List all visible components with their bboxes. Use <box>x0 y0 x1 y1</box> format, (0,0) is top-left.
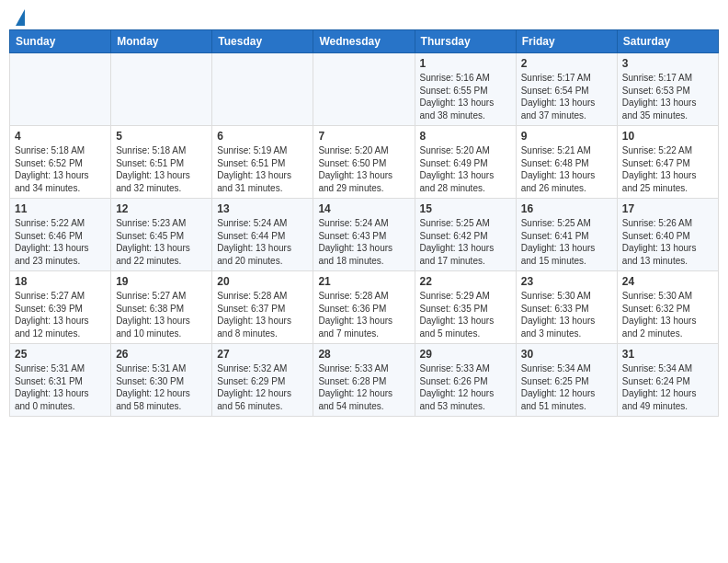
day-number: 20 <box>217 275 308 288</box>
calendar-week-row: 18Sunrise: 5:27 AMSunset: 6:39 PMDayligh… <box>10 271 719 344</box>
calendar-day-cell <box>10 53 111 126</box>
day-info: Sunrise: 5:33 AMSunset: 6:26 PMDaylight:… <box>420 362 511 412</box>
day-number: 12 <box>116 202 207 215</box>
day-info: Sunrise: 5:34 AMSunset: 6:25 PMDaylight:… <box>521 362 612 412</box>
calendar-body: 1Sunrise: 5:16 AMSunset: 6:55 PMDaylight… <box>10 53 719 417</box>
weekday-header-cell: Wednesday <box>313 30 415 53</box>
day-number: 26 <box>116 348 207 361</box>
day-info: Sunrise: 5:33 AMSunset: 6:28 PMDaylight:… <box>318 362 409 412</box>
day-info: Sunrise: 5:24 AMSunset: 6:43 PMDaylight:… <box>318 217 409 267</box>
day-number: 18 <box>15 275 106 288</box>
calendar-week-row: 1Sunrise: 5:16 AMSunset: 6:55 PMDaylight… <box>10 53 719 126</box>
day-info: Sunrise: 5:28 AMSunset: 6:36 PMDaylight:… <box>318 290 409 339</box>
weekday-header-cell: Friday <box>516 30 617 53</box>
day-number: 11 <box>15 202 106 215</box>
calendar-day-cell: 14Sunrise: 5:24 AMSunset: 6:43 PMDayligh… <box>313 199 415 271</box>
day-info: Sunrise: 5:18 AMSunset: 6:51 PMDaylight:… <box>116 144 207 194</box>
day-info: Sunrise: 5:22 AMSunset: 6:46 PMDaylight:… <box>15 217 106 267</box>
day-info: Sunrise: 5:25 AMSunset: 6:42 PMDaylight:… <box>420 217 511 267</box>
logo-triangle-icon <box>16 9 25 26</box>
calendar-day-cell: 13Sunrise: 5:24 AMSunset: 6:44 PMDayligh… <box>212 199 313 271</box>
day-number: 15 <box>420 202 511 215</box>
day-info: Sunrise: 5:34 AMSunset: 6:24 PMDaylight:… <box>622 362 713 412</box>
day-info: Sunrise: 5:16 AMSunset: 6:55 PMDaylight:… <box>420 72 511 121</box>
day-number: 13 <box>217 202 308 215</box>
calendar-day-cell: 11Sunrise: 5:22 AMSunset: 6:46 PMDayligh… <box>10 199 111 271</box>
day-info: Sunrise: 5:27 AMSunset: 6:39 PMDaylight:… <box>15 290 106 339</box>
calendar-day-cell: 2Sunrise: 5:17 AMSunset: 6:54 PMDaylight… <box>516 53 617 126</box>
day-info: Sunrise: 5:31 AMSunset: 6:30 PMDaylight:… <box>116 362 207 412</box>
calendar-day-cell: 5Sunrise: 5:18 AMSunset: 6:51 PMDaylight… <box>111 126 212 199</box>
day-number: 5 <box>116 130 207 143</box>
calendar-day-cell <box>111 53 212 126</box>
day-info: Sunrise: 5:23 AMSunset: 6:45 PMDaylight:… <box>116 217 207 267</box>
calendar-day-cell: 18Sunrise: 5:27 AMSunset: 6:39 PMDayligh… <box>10 271 111 344</box>
weekday-header-cell: Monday <box>111 30 212 53</box>
calendar-day-cell: 6Sunrise: 5:19 AMSunset: 6:51 PMDaylight… <box>212 126 313 199</box>
day-number: 14 <box>318 202 409 215</box>
day-info: Sunrise: 5:27 AMSunset: 6:38 PMDaylight:… <box>116 290 207 339</box>
day-info: Sunrise: 5:24 AMSunset: 6:44 PMDaylight:… <box>217 217 308 267</box>
calendar-day-cell: 24Sunrise: 5:30 AMSunset: 6:32 PMDayligh… <box>617 271 718 344</box>
day-info: Sunrise: 5:25 AMSunset: 6:41 PMDaylight:… <box>521 217 612 267</box>
day-number: 30 <box>521 348 612 361</box>
logo <box>13 9 25 22</box>
calendar-day-cell: 31Sunrise: 5:34 AMSunset: 6:24 PMDayligh… <box>617 344 718 417</box>
calendar-day-cell: 28Sunrise: 5:33 AMSunset: 6:28 PMDayligh… <box>313 344 415 417</box>
day-info: Sunrise: 5:20 AMSunset: 6:50 PMDaylight:… <box>318 144 409 194</box>
calendar-day-cell: 17Sunrise: 5:26 AMSunset: 6:40 PMDayligh… <box>617 199 718 271</box>
calendar-day-cell: 3Sunrise: 5:17 AMSunset: 6:53 PMDaylight… <box>617 53 718 126</box>
day-number: 1 <box>420 57 511 70</box>
day-info: Sunrise: 5:30 AMSunset: 6:33 PMDaylight:… <box>521 290 612 339</box>
day-info: Sunrise: 5:21 AMSunset: 6:48 PMDaylight:… <box>521 144 612 194</box>
calendar-day-cell: 22Sunrise: 5:29 AMSunset: 6:35 PMDayligh… <box>415 271 516 344</box>
weekday-header-cell: Thursday <box>415 30 516 53</box>
weekday-header-cell: Tuesday <box>212 30 313 53</box>
calendar-day-cell: 19Sunrise: 5:27 AMSunset: 6:38 PMDayligh… <box>111 271 212 344</box>
day-number: 23 <box>521 275 612 288</box>
day-info: Sunrise: 5:17 AMSunset: 6:54 PMDaylight:… <box>521 72 612 121</box>
calendar-day-cell: 1Sunrise: 5:16 AMSunset: 6:55 PMDaylight… <box>415 53 516 126</box>
calendar-day-cell: 27Sunrise: 5:32 AMSunset: 6:29 PMDayligh… <box>212 344 313 417</box>
day-number: 28 <box>318 348 409 361</box>
calendar-day-cell <box>313 53 415 126</box>
calendar-week-row: 11Sunrise: 5:22 AMSunset: 6:46 PMDayligh… <box>10 199 719 271</box>
day-info: Sunrise: 5:30 AMSunset: 6:32 PMDaylight:… <box>622 290 713 339</box>
day-number: 19 <box>116 275 207 288</box>
calendar-day-cell: 23Sunrise: 5:30 AMSunset: 6:33 PMDayligh… <box>516 271 617 344</box>
day-number: 27 <box>217 348 308 361</box>
calendar-day-cell: 8Sunrise: 5:20 AMSunset: 6:49 PMDaylight… <box>415 126 516 199</box>
day-number: 24 <box>622 275 713 288</box>
weekday-header-cell: Saturday <box>617 30 718 53</box>
calendar-day-cell: 25Sunrise: 5:31 AMSunset: 6:31 PMDayligh… <box>10 344 111 417</box>
calendar-week-row: 4Sunrise: 5:18 AMSunset: 6:52 PMDaylight… <box>10 126 719 199</box>
header <box>9 9 719 22</box>
weekday-header-cell: Sunday <box>10 30 111 53</box>
day-number: 16 <box>521 202 612 215</box>
day-number: 29 <box>420 348 511 361</box>
day-info: Sunrise: 5:32 AMSunset: 6:29 PMDaylight:… <box>217 362 308 412</box>
day-number: 25 <box>15 348 106 361</box>
day-number: 17 <box>622 202 713 215</box>
calendar-day-cell: 7Sunrise: 5:20 AMSunset: 6:50 PMDaylight… <box>313 126 415 199</box>
day-number: 9 <box>521 130 612 143</box>
day-info: Sunrise: 5:28 AMSunset: 6:37 PMDaylight:… <box>217 290 308 339</box>
calendar-day-cell: 21Sunrise: 5:28 AMSunset: 6:36 PMDayligh… <box>313 271 415 344</box>
calendar-day-cell: 9Sunrise: 5:21 AMSunset: 6:48 PMDaylight… <box>516 126 617 199</box>
day-number: 6 <box>217 130 308 143</box>
calendar-day-cell: 30Sunrise: 5:34 AMSunset: 6:25 PMDayligh… <box>516 344 617 417</box>
day-number: 3 <box>622 57 713 70</box>
calendar-day-cell: 4Sunrise: 5:18 AMSunset: 6:52 PMDaylight… <box>10 126 111 199</box>
calendar-table: SundayMondayTuesdayWednesdayThursdayFrid… <box>9 29 719 417</box>
calendar-day-cell <box>212 53 313 126</box>
calendar-day-cell: 20Sunrise: 5:28 AMSunset: 6:37 PMDayligh… <box>212 271 313 344</box>
calendar-day-cell: 12Sunrise: 5:23 AMSunset: 6:45 PMDayligh… <box>111 199 212 271</box>
weekday-header-row: SundayMondayTuesdayWednesdayThursdayFrid… <box>10 30 719 53</box>
day-info: Sunrise: 5:22 AMSunset: 6:47 PMDaylight:… <box>622 144 713 194</box>
day-info: Sunrise: 5:17 AMSunset: 6:53 PMDaylight:… <box>622 72 713 121</box>
day-info: Sunrise: 5:29 AMSunset: 6:35 PMDaylight:… <box>420 290 511 339</box>
calendar-week-row: 25Sunrise: 5:31 AMSunset: 6:31 PMDayligh… <box>10 344 719 417</box>
day-number: 10 <box>622 130 713 143</box>
day-info: Sunrise: 5:26 AMSunset: 6:40 PMDaylight:… <box>622 217 713 267</box>
day-number: 21 <box>318 275 409 288</box>
